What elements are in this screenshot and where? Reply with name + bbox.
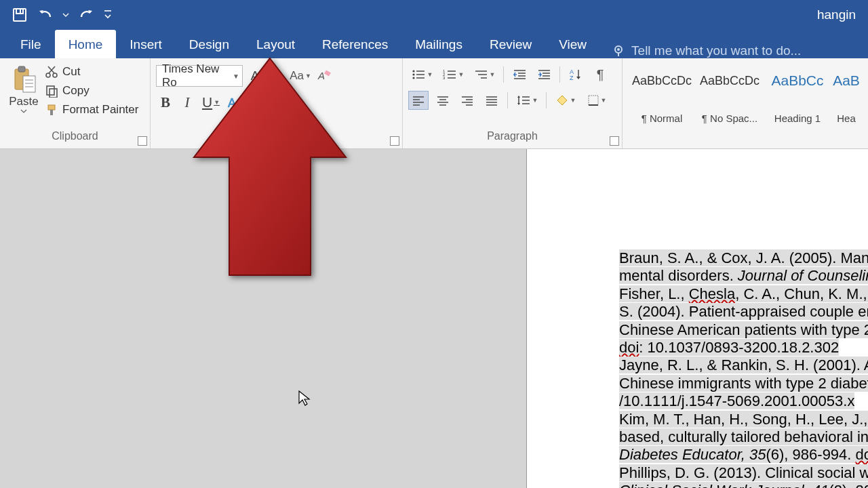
tab-design[interactable]: Design <box>176 30 243 58</box>
svg-rect-18 <box>50 89 57 98</box>
align-center-button[interactable] <box>433 91 453 110</box>
style-label: ¶ No Spac... <box>702 113 757 124</box>
shading-button[interactable]: ▼ <box>552 91 579 110</box>
document-body[interactable]: Braun, S. A., & Cox, J. A. (2005). Mana … <box>619 249 868 488</box>
save-icon[interactable] <box>8 3 31 26</box>
svg-rect-20 <box>50 110 53 115</box>
paragraph-dialog-launcher-icon[interactable] <box>610 136 619 146</box>
tell-me-placeholder: Tell me what you want to do... <box>631 43 801 58</box>
style-label: Heading 1 <box>774 113 821 124</box>
tab-file[interactable]: File <box>7 30 55 58</box>
svg-point-5 <box>617 48 620 51</box>
multilevel-list-button[interactable]: ▼ <box>471 65 498 84</box>
tab-layout[interactable]: Layout <box>243 30 309 58</box>
paragraph-group-label: Paragraph <box>408 127 616 144</box>
svg-point-28 <box>412 77 414 79</box>
sort-button[interactable]: AZ <box>566 65 586 84</box>
numbering-button[interactable]: 123▼ <box>439 65 467 84</box>
align-right-button[interactable] <box>457 91 477 110</box>
highlight-button[interactable]: ab ▼ <box>251 92 274 113</box>
format-painter-button[interactable]: Format Painter <box>42 102 141 118</box>
show-marks-button[interactable]: ¶ <box>590 65 610 84</box>
qat-customize-icon[interactable] <box>100 3 115 26</box>
paste-label: Paste <box>9 94 38 108</box>
clipboard-dialog-launcher-icon[interactable] <box>138 136 147 146</box>
svg-rect-9 <box>23 76 35 92</box>
redo-icon[interactable] <box>75 3 98 26</box>
style-preview: AaBbCcDc <box>700 68 760 93</box>
style-heading1[interactable]: AaBbCc Heading 1 <box>764 65 831 127</box>
style-preview: AaBbCc <box>771 68 823 93</box>
cut-button[interactable]: Cut <box>42 64 141 80</box>
svg-point-13 <box>46 73 50 77</box>
change-case-button[interactable]: Aa▼ <box>289 66 312 86</box>
tab-insert[interactable]: Insert <box>116 30 176 58</box>
tab-home[interactable]: Home <box>55 30 117 58</box>
svg-point-26 <box>412 73 414 75</box>
svg-text:A: A <box>317 70 325 81</box>
italic-button[interactable]: I <box>178 92 197 113</box>
clipboard-group-label: Clipboard <box>5 127 144 144</box>
increase-indent-button[interactable] <box>534 65 554 84</box>
line-spacing-button[interactable]: ▼ <box>513 91 540 110</box>
style-heading2[interactable]: AaB Hea <box>831 65 861 127</box>
bullets-button[interactable]: ▼ <box>408 65 435 84</box>
document-title: hangin <box>817 7 860 22</box>
clear-formatting-button[interactable]: A <box>315 66 334 86</box>
undo-icon[interactable] <box>34 3 57 26</box>
svg-text:3: 3 <box>443 76 446 80</box>
shrink-font-button[interactable]: A▼ <box>267 66 286 86</box>
document-page[interactable]: Braun, S. A., & Cox, J. A. (2005). Mana … <box>526 149 868 488</box>
tell-me-search[interactable]: Tell me what you want to do... <box>600 43 801 58</box>
tab-references[interactable]: References <box>309 30 401 58</box>
underline-button[interactable]: U▼ <box>199 92 222 113</box>
decrease-indent-button[interactable] <box>509 65 530 84</box>
svg-rect-2 <box>20 9 21 13</box>
font-color-button[interactable]: A ▼ <box>277 92 300 113</box>
borders-button[interactable]: ▼ <box>583 91 610 110</box>
font-name-value: Times New Ro <box>162 62 237 89</box>
grow-font-button[interactable]: A▲ <box>245 66 264 86</box>
svg-rect-70 <box>589 96 598 105</box>
tab-review[interactable]: Review <box>476 30 545 58</box>
style-preview: AaB <box>833 68 860 93</box>
text-effects-button[interactable]: A▼ <box>225 92 248 113</box>
svg-text:Z: Z <box>570 75 574 81</box>
tab-mailings[interactable]: Mailings <box>401 30 476 58</box>
paste-button[interactable]: Paste <box>5 62 42 114</box>
justify-button[interactable] <box>481 91 502 110</box>
svg-point-24 <box>412 70 414 72</box>
svg-rect-17 <box>47 86 54 95</box>
bold-button[interactable]: B <box>156 92 175 113</box>
svg-point-14 <box>53 73 57 77</box>
style-label: Hea <box>837 113 856 124</box>
style-preview: AaBbCcDc <box>632 68 692 93</box>
style-no-spacing[interactable]: AaBbCcDc ¶ No Spac... <box>696 65 764 127</box>
svg-rect-19 <box>48 105 55 110</box>
undo-dropdown-icon[interactable] <box>60 3 72 26</box>
copy-label: Copy <box>62 84 90 98</box>
svg-rect-22 <box>324 70 331 76</box>
font-name-select[interactable]: Times New Ro ▼ <box>156 65 243 87</box>
svg-text:A: A <box>228 96 236 110</box>
highlight-swatch-icon <box>254 107 267 111</box>
align-left-button[interactable] <box>408 91 429 110</box>
cut-label: Cut <box>62 65 80 79</box>
format-painter-label: Format Painter <box>62 103 138 117</box>
style-label: ¶ Normal <box>642 113 683 124</box>
font-dialog-launcher-icon[interactable] <box>390 136 399 146</box>
svg-rect-8 <box>18 66 25 72</box>
font-color-swatch-icon <box>279 107 293 111</box>
tab-view[interactable]: View <box>545 30 600 58</box>
copy-button[interactable]: Copy <box>42 83 141 99</box>
style-normal[interactable]: AaBbCcDc ¶ Normal <box>628 65 696 127</box>
